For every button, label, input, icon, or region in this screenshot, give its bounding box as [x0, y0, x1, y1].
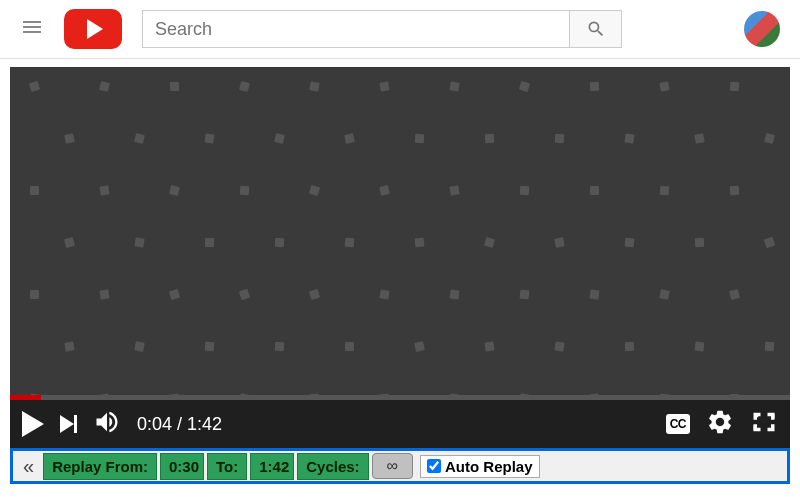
replay-to-input[interactable]: 1:42: [250, 453, 294, 480]
duration: 1:42: [187, 414, 222, 434]
volume-button[interactable]: [93, 408, 121, 440]
fullscreen-button[interactable]: [750, 408, 778, 440]
replay-cycles-input[interactable]: ∞: [372, 453, 413, 479]
replay-from-label: Replay From:: [43, 453, 157, 480]
play-icon: [22, 411, 44, 437]
replay-cycles-label: Cycles:: [297, 453, 368, 480]
time-display: 0:04 / 1:42: [137, 414, 222, 435]
current-time: 0:04: [137, 414, 172, 434]
search-icon: [586, 19, 606, 39]
gear-icon: [706, 408, 734, 436]
next-icon: [60, 415, 74, 433]
header-bar: [0, 0, 800, 58]
fullscreen-icon: [750, 408, 778, 436]
search-container: [142, 10, 622, 48]
search-button[interactable]: [570, 10, 622, 48]
captions-button[interactable]: CC: [666, 414, 690, 434]
replay-extension-bar: « Replay From: 0:30 To: 1:42 Cycles: ∞ A…: [10, 448, 790, 484]
logo-play-icon: [64, 9, 122, 49]
player-controls: 0:04 / 1:42 CC: [10, 400, 790, 448]
user-avatar[interactable]: [744, 11, 780, 47]
volume-icon: [93, 408, 121, 436]
play-button[interactable]: [22, 411, 44, 437]
auto-replay-group: Auto Replay: [420, 455, 540, 478]
video-content-area[interactable]: [10, 67, 790, 395]
auto-replay-label: Auto Replay: [445, 458, 533, 475]
youtube-logo[interactable]: [64, 9, 122, 49]
video-pattern: [10, 67, 790, 395]
auto-replay-checkbox[interactable]: [427, 459, 441, 473]
search-input[interactable]: [142, 10, 570, 48]
header-divider: [0, 58, 800, 59]
video-player: 0:04 / 1:42 CC: [10, 67, 790, 448]
collapse-button[interactable]: «: [17, 455, 40, 478]
settings-button[interactable]: [706, 408, 734, 440]
replay-to-label: To:: [207, 453, 247, 480]
next-button[interactable]: [60, 415, 77, 433]
hamburger-menu-icon[interactable]: [20, 15, 44, 43]
replay-from-input[interactable]: 0:30: [160, 453, 204, 480]
